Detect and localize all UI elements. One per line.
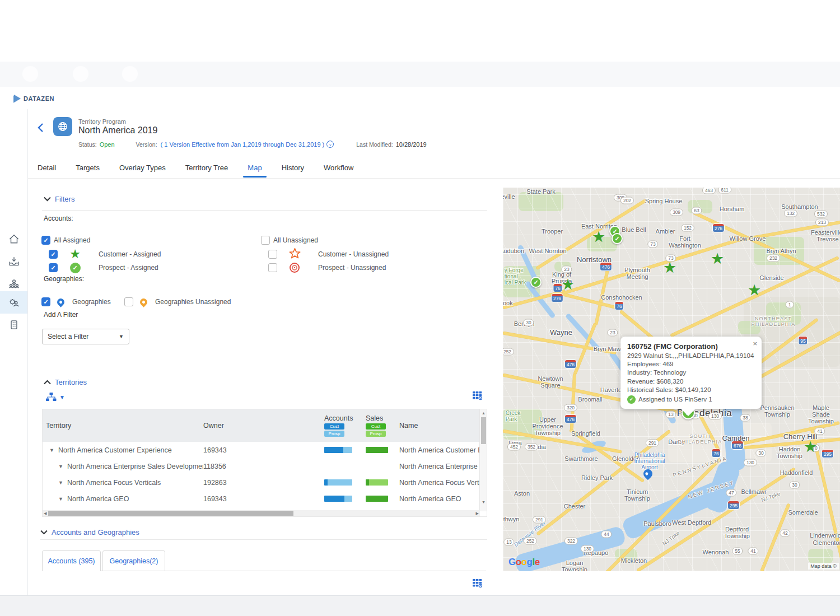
main-panel: Territory Program North America 2019 Sta… [28, 109, 840, 595]
table-settings-button[interactable] [472, 578, 483, 590]
tab-history[interactable]: History [281, 158, 305, 176]
table-row[interactable]: ▼North America Focus Verticals192863Nort… [43, 474, 480, 491]
map-label-logan: Logan Township [562, 559, 587, 571]
map-label-horsham: Horsham [720, 206, 745, 212]
accounts-geographies-section-toggle[interactable]: Accounts and Geographies [40, 528, 139, 536]
filter-label: Prospect - Unassigned [318, 264, 386, 272]
map-marker-prospect-check[interactable]: ✓ [612, 233, 623, 244]
checkbox-prospect-assigned[interactable]: ✓ [49, 263, 58, 272]
filters-section-label: Filters [55, 195, 74, 203]
col-header-owner[interactable]: Owner [203, 422, 323, 430]
table-settings-button[interactable] [472, 391, 483, 403]
map-label-haddon: Haddon Township [777, 446, 802, 459]
tab-territory-tree[interactable]: Territory Tree [184, 158, 230, 176]
map-label-lindenwold: Lindenwold [810, 532, 840, 539]
table-row[interactable]: ▼North America Enterprise Sales Developm… [43, 458, 480, 474]
route-shield-41: 41 [814, 428, 825, 435]
hscroll-thumb[interactable] [48, 511, 293, 516]
map-label-chester: Chester [564, 503, 586, 510]
tooltip-assigned-text: Assigned to US FinServ 1 [638, 395, 712, 404]
sidebar-item-import[interactable] [0, 250, 27, 273]
map-label-south: SOUTH PHILADELPHIA [678, 433, 722, 445]
cell-owner: 192863 [203, 479, 323, 487]
territories-table: Territory Owner Accounts Cust Prosp Sale… [42, 409, 487, 517]
horizontal-scrollbar[interactable]: ◀ ▶ [43, 510, 480, 516]
chevron-down-icon: ▼ [59, 394, 65, 400]
route-shield-132: 132 [784, 210, 797, 217]
back-button[interactable] [35, 122, 48, 134]
route-shield-291: 291 [646, 440, 659, 447]
row-expand-caret-icon[interactable]: ▼ [58, 496, 63, 502]
map-marker-customer-star[interactable]: ★ [592, 230, 605, 245]
scroll-right-icon[interactable]: ▶ [476, 511, 479, 516]
territory-map[interactable]: State ParkevilleSpring HouseHorshamSouth… [503, 188, 840, 571]
active-tab-connector [43, 571, 100, 571]
scroll-up-icon[interactable]: ▲ [482, 411, 486, 415]
col-header-sales[interactable]: Sales Cust Prosp [363, 414, 398, 437]
tab-detail[interactable]: Detail [36, 158, 57, 176]
tab-overlay-types[interactable]: Overlay Types [118, 158, 167, 176]
checkbox-customer-unassigned[interactable] [268, 250, 277, 259]
version-dropdown-icon[interactable]: ⌄ [326, 141, 334, 148]
tooltip-account-title: 160752 (FMC Corporation) [627, 342, 755, 351]
checkbox-all-assigned[interactable]: ✓ [41, 236, 50, 245]
table-row[interactable]: ▼North America GEO169343North America GE… [43, 491, 480, 507]
filters-section-toggle[interactable]: Filters [44, 195, 74, 203]
map-label-spring-house: Spring House [645, 198, 683, 204]
tab-accounts[interactable]: Accounts (395) [42, 550, 101, 571]
route-shield-55: 55 [732, 548, 743, 555]
map-marker-customer-star[interactable]: ★ [804, 440, 817, 455]
badge-accounts-cust: Cust [324, 423, 344, 430]
scroll-left-icon[interactable]: ◀ [44, 511, 46, 516]
google-logo[interactable]: Google [508, 557, 540, 568]
tooltip-revenue: Revenue: $608,320 [627, 377, 755, 386]
map-label-west-norriton: West Norriton [529, 248, 566, 254]
table-row[interactable]: ▼North America Customer Experience169343… [43, 442, 480, 458]
page-title: North America 2019 [78, 125, 157, 136]
tab-workflow[interactable]: Workflow [323, 158, 354, 176]
tab-divider [28, 178, 840, 179]
map-label-haddonfield: Haddonfield [780, 469, 813, 476]
row-expand-caret-icon[interactable]: ▼ [49, 447, 54, 453]
vscroll-thumb[interactable] [481, 417, 486, 444]
map-marker-customer-star[interactable]: ★ [561, 277, 575, 292]
checkbox-geographies[interactable]: ✓ [41, 297, 50, 306]
row-expand-caret-icon[interactable]: ▼ [58, 464, 63, 469]
filter-select[interactable]: Select a Filter ▼ [42, 329, 129, 344]
sidebar-item-directory[interactable] [0, 314, 27, 336]
col-header-accounts[interactable]: Accounts Cust Prosp [323, 414, 363, 437]
sidebar-item-territory-admin[interactable] [0, 291, 27, 314]
vertical-scrollbar[interactable]: ▲ ▼ [479, 409, 487, 511]
row-expand-caret-icon[interactable]: ▼ [58, 480, 63, 486]
filter-label: Customer - Assigned [99, 250, 161, 258]
cell-owner: 169343 [203, 446, 323, 454]
tab-map[interactable]: Map [246, 158, 263, 176]
status-label: Status: [78, 141, 97, 148]
col-header-territory[interactable]: Territory [43, 422, 203, 430]
checkbox-all-unassigned[interactable] [261, 236, 270, 245]
map-marker-location-pin[interactable] [643, 469, 652, 478]
interstate-shield-676: 676 [731, 441, 744, 450]
scroll-down-icon[interactable]: ▼ [482, 500, 486, 504]
filter-prospect-unassigned: Prospect - Unassigned [261, 263, 479, 273]
version-link[interactable]: ( 1 Version Effective from Jan 1,2019 th… [161, 141, 325, 148]
map-marker-customer-star[interactable]: ★ [748, 283, 761, 298]
sidebar-item-home[interactable] [0, 228, 27, 250]
checkbox-prospect-unassigned[interactable] [268, 263, 277, 272]
map-marker-customer-star[interactable]: ★ [663, 260, 676, 276]
tab-geographies[interactable]: Geographies(2) [102, 550, 165, 571]
interstate-shield-476: 476 [564, 414, 577, 423]
checkbox-customer-assigned[interactable]: ✓ [49, 250, 58, 259]
hierarchy-view-button[interactable]: ▼ [46, 393, 65, 402]
checkbox-geographies-unassigned[interactable] [124, 297, 133, 306]
map-marker-prospect-check[interactable]: ✓ [530, 277, 542, 288]
logo-triangle-icon [14, 95, 21, 102]
interstate-shield-295: 295 [822, 449, 834, 458]
map-label-fort: Fort Washington [669, 235, 701, 249]
col-header-name[interactable]: Name [398, 422, 480, 430]
territories-section-toggle[interactable]: Territories [44, 378, 87, 386]
close-icon[interactable]: × [753, 339, 757, 348]
tab-targets[interactable]: Targets [74, 158, 101, 176]
map-marker-customer-star[interactable]: ★ [711, 251, 724, 267]
map-label-wayne: Wayne [550, 328, 572, 337]
